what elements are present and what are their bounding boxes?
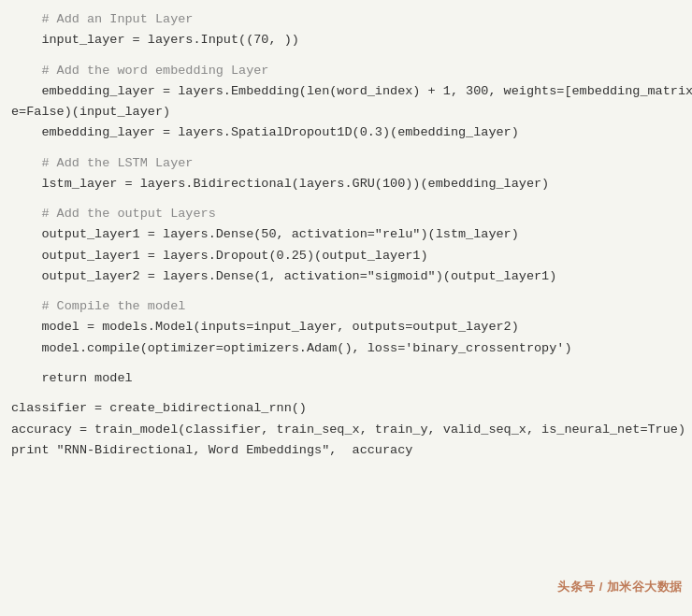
code-container: # Add an Input Layer input_layer = layer…	[0, 0, 692, 616]
section-output-layers: # Add the output Layers output_layer1 = …	[11, 204, 681, 287]
section-compile: # Compile the model model = models.Model…	[11, 296, 681, 359]
section-return: return model	[11, 368, 681, 389]
code-embedding-layer-2: e=False)(input_layer)	[11, 102, 681, 122]
watermark: 头条号 / 加米谷大数据	[557, 579, 683, 595]
section-lstm-layer: # Add the LSTM Layer lstm_layer = layers…	[11, 153, 681, 195]
code-classifier: classifier = create_bidirectional_rnn()	[11, 398, 681, 419]
code-output-layer1-dropout: output_layer1 = layers.Dropout(0.25)(out…	[11, 246, 681, 266]
code-return: return model	[11, 368, 681, 389]
code-lstm-layer: lstm_layer = layers.Bidirectional(layers…	[11, 174, 681, 194]
section-main-calls: classifier = create_bidirectional_rnn() …	[11, 398, 681, 461]
section-embedding-layer: # Add the word embedding Layer embedding…	[11, 61, 681, 144]
code-output-layer1-dense: output_layer1 = layers.Dense(50, activat…	[11, 224, 681, 245]
comment-input-layer: # Add an Input Layer	[11, 9, 681, 30]
code-model-compile: model.compile(optimizer=optimizers.Adam(…	[11, 338, 681, 359]
comment-embedding-layer: # Add the word embedding Layer	[11, 61, 681, 81]
code-block: # Add an Input Layer input_layer = layer…	[0, 9, 692, 461]
comment-output-layers: # Add the output Layers	[11, 204, 681, 224]
section-input-layer: # Add an Input Layer input_layer = layer…	[11, 9, 681, 51]
code-input-layer: input_layer = layers.Input((70, ))	[11, 30, 681, 50]
code-embedding-layer-1: embedding_layer = layers.Embedding(len(w…	[11, 81, 681, 102]
code-accuracy: accuracy = train_model(classifier, train…	[11, 420, 681, 440]
code-print: print "RNN-Bidirectional, Word Embedding…	[11, 440, 681, 461]
code-output-layer2: output_layer2 = layers.Dense(1, activati…	[11, 266, 681, 287]
comment-lstm-layer: # Add the LSTM Layer	[11, 153, 681, 174]
comment-compile: # Compile the model	[11, 296, 681, 317]
code-model-create: model = models.Model(inputs=input_layer,…	[11, 317, 681, 337]
code-embedding-layer-3: embedding_layer = layers.SpatialDropout1…	[11, 122, 681, 143]
